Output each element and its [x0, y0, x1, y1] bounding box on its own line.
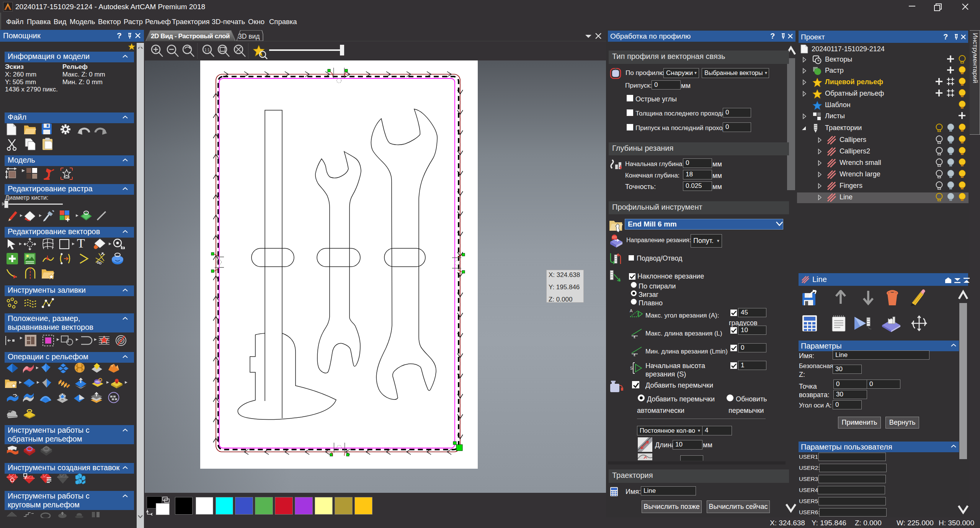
svg-text:L: L [634, 353, 635, 356]
svg-text:S: S [630, 366, 633, 370]
svg-text:L: L [634, 335, 635, 338]
svg-text:1:1: 1:1 [204, 48, 210, 52]
svg-text:A: A [630, 308, 633, 313]
